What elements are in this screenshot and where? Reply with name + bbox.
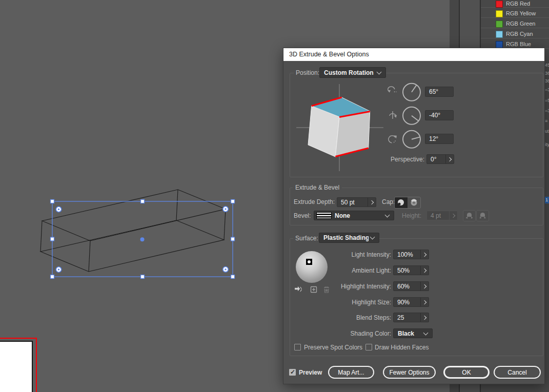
preview-checkbox[interactable]: ✓	[289, 369, 296, 376]
extrude-bevel-legend: Extrude & Bevel	[293, 184, 342, 192]
swatch-row[interactable]: RGB Cyan	[481, 28, 549, 38]
track-cube[interactable]	[308, 97, 370, 157]
shading-color-dropdown[interactable]: Black	[393, 328, 433, 338]
chevron-right-icon	[369, 200, 373, 204]
rotate-z-field[interactable]: 12°	[425, 134, 454, 144]
rotate-z-dial[interactable]	[403, 131, 420, 148]
cancel-button[interactable]: Cancel	[494, 366, 541, 379]
blend-steps-field[interactable]: 25	[393, 313, 429, 322]
cap-label: Cap:	[382, 198, 395, 205]
swatch-label: RGB Yellow	[506, 10, 536, 17]
3d-extrude-bevel-dialog: 3D Extrude & Bevel Options Position: Cus…	[283, 48, 545, 384]
check-icon: ✓	[290, 368, 295, 376]
swatch-label: RGB Green	[506, 20, 535, 27]
light-position-handle[interactable]	[306, 259, 312, 265]
extrude-depth-value: 50 pt	[337, 198, 368, 207]
dialog-title: 3D Extrude & Bevel Options	[289, 51, 369, 58]
popup-arrow[interactable]	[420, 250, 429, 259]
chevron-right-icon	[451, 213, 455, 217]
ambient-light-field[interactable]: 50%	[393, 265, 429, 275]
bevel-extent-in-button[interactable]	[476, 210, 489, 221]
light-intensity-field[interactable]: 100%	[393, 250, 429, 259]
fewer-options-button[interactable]: Fewer Options	[383, 366, 436, 379]
swatch-chip[interactable]	[496, 41, 503, 48]
popup-arrow[interactable]	[420, 282, 429, 291]
swatch-chip[interactable]	[496, 10, 503, 17]
rotate-y-field[interactable]: -40°	[425, 110, 454, 120]
swatch-row[interactable]: RGB Green	[481, 17, 549, 28]
rotate-y-dial[interactable]	[403, 107, 420, 125]
highlight-intensity-value: 60%	[394, 282, 420, 291]
swatch-row[interactable]: RGB Yellow	[481, 7, 549, 18]
swatch-label: RGB Red	[506, 0, 530, 7]
bevel-height-value: 4 pt	[427, 211, 449, 220]
swatch-row[interactable]: RGB Blue	[481, 38, 549, 49]
illustrator-workspace: RGB Red RGB Yellow RGB Green RGB Cyan RG…	[0, 0, 549, 392]
light-intensity-label: Light Intensity:	[290, 251, 391, 258]
panel-menu-icon: ≡	[545, 118, 547, 123]
dialog-titlebar[interactable]: 3D Extrude & Bevel Options	[283, 48, 544, 61]
highlight-intensity-field[interactable]: 60%	[393, 281, 429, 291]
light-intensity-value: 100%	[394, 250, 420, 259]
rotate-x-dial[interactable]	[403, 84, 420, 101]
blend-steps-label: Blend Steps:	[290, 314, 391, 321]
chevron-right-icon	[422, 315, 426, 319]
draw-hidden-faces-label: Draw Hidden Faces	[375, 344, 429, 351]
shading-color-label: Shading Color:	[290, 330, 391, 337]
map-art-button[interactable]: Map Art...	[328, 366, 374, 379]
popup-arrow[interactable]	[420, 298, 429, 306]
extrude-depth-field[interactable]: 50 pt	[337, 197, 376, 207]
surface-value: Plastic Shading	[319, 234, 369, 241]
rotate-z-icon	[389, 135, 397, 143]
perspective-popup-arrow[interactable]	[445, 155, 454, 163]
artboard	[0, 341, 33, 392]
cap-button-group	[394, 197, 421, 209]
swatch-chip[interactable]	[496, 20, 503, 28]
popup-arrow[interactable]	[420, 313, 429, 322]
highlight-size-value: 90%	[394, 298, 420, 306]
shading-color-value: Black	[394, 330, 422, 337]
popup-arrow[interactable]	[420, 266, 429, 275]
chevron-right-icon	[422, 268, 426, 272]
swatch-chip[interactable]	[496, 1, 503, 8]
rotate-x-field[interactable]: 65°	[425, 87, 454, 97]
bevel-label: Bevel:	[294, 212, 311, 219]
draw-hidden-faces-checkbox[interactable]	[365, 344, 372, 350]
panel-fragment: 36	[545, 78, 549, 84]
bevel-height-popup-arrow[interactable]	[449, 211, 457, 220]
chevron-right-icon	[422, 284, 426, 288]
cap-solid-button[interactable]	[395, 197, 408, 208]
surface-label: Surface:	[293, 235, 320, 242]
extrude-depth-popup-arrow[interactable]	[368, 198, 376, 207]
preserve-spot-colors-checkbox[interactable]	[294, 344, 301, 350]
swatch-row[interactable]: RGB Red	[481, 0, 549, 8]
bevel-value: None	[332, 212, 383, 219]
perspective-field[interactable]: 0°	[426, 154, 454, 164]
surface-dropdown[interactable]: Plastic Shading	[319, 233, 379, 243]
panel-fragment: =3	[545, 108, 549, 113]
swatch-label: RGB Blue	[506, 40, 531, 48]
chevron-down-icon	[385, 212, 390, 217]
selection-center-point	[140, 237, 145, 241]
panel-fragment: 45	[545, 63, 549, 68]
chevron-down-icon	[423, 330, 429, 335]
perspective-value: 0°	[427, 155, 445, 163]
anchor-target-rings	[56, 207, 228, 272]
preserve-spot-colors-label: Preserve Spot Colors	[304, 344, 362, 351]
swatch-chip[interactable]	[496, 31, 503, 38]
swatch-label: RGB Cyan	[506, 30, 533, 37]
rotate-z-value: 12°	[425, 134, 453, 143]
bevel-extent-out-button[interactable]	[463, 210, 476, 221]
selection-bounding-box[interactable]	[51, 200, 235, 279]
ok-button[interactable]: OK	[443, 366, 490, 379]
bevel-height-field[interactable]: 4 pt	[426, 211, 458, 220]
highlight-intensity-label: Highlight Intensity:	[290, 283, 391, 290]
chevron-right-icon	[447, 157, 451, 161]
highlight-size-field[interactable]: 90%	[393, 297, 429, 307]
bevel-dropdown[interactable]: None	[314, 211, 394, 220]
highlight-size-label: Highlight Size:	[290, 299, 391, 306]
chevron-right-icon	[422, 300, 426, 304]
preview-label: Preview	[299, 369, 322, 376]
wireframe-3d-box[interactable]	[40, 190, 226, 272]
cap-hollow-button[interactable]	[408, 197, 420, 208]
